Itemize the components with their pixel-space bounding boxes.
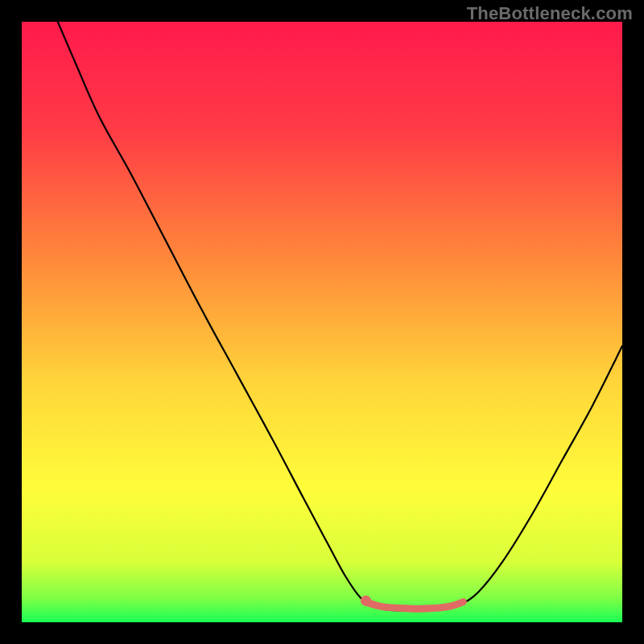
chart-svg <box>22 22 622 622</box>
highlight-dot <box>361 596 371 606</box>
watermark-label: TheBottleneck.com <box>467 3 633 24</box>
plot-area <box>22 22 622 622</box>
chart-frame: TheBottleneck.com <box>0 0 644 644</box>
